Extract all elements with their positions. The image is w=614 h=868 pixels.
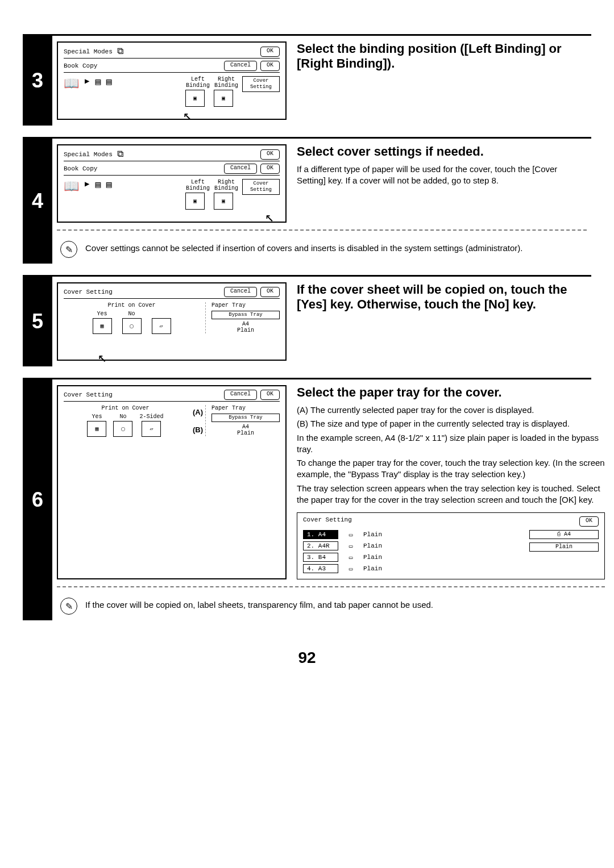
print-on-cover-label: Print on Cover bbox=[64, 405, 187, 411]
cancel-button[interactable]: Cancel bbox=[224, 390, 257, 400]
tray-icon: ▭ bbox=[346, 531, 355, 539]
plain-label: Plain bbox=[211, 430, 280, 436]
page: 3 Special Modes ⧉ OK Book Copy bbox=[0, 0, 614, 690]
two-sided-label: 2-Sided bbox=[139, 414, 163, 420]
touchscreen-mock: Special Modes ⧉ OK Book Copy Cancel OK bbox=[57, 144, 287, 223]
sub-title: Book Copy bbox=[64, 165, 97, 172]
a4-label: A4 bbox=[211, 424, 280, 430]
annotation-b: (B) bbox=[193, 425, 203, 434]
ok-button[interactable]: OK bbox=[579, 516, 599, 527]
step-heading: Select the binding position ([Left Bindi… bbox=[297, 41, 587, 71]
right-binding-button[interactable]: ▣ bbox=[214, 90, 233, 107]
step-number: 5 bbox=[23, 277, 52, 366]
tray-row[interactable]: 3. B4 ▭ Plain bbox=[303, 553, 518, 562]
ok-button[interactable]: OK bbox=[260, 47, 280, 57]
ok-button[interactable]: OK bbox=[260, 287, 280, 297]
cursor-icon: ↖ bbox=[265, 208, 274, 226]
ok-button[interactable]: OK bbox=[260, 61, 280, 71]
print-on-cover-label: Print on Cover bbox=[64, 302, 200, 308]
tray-row[interactable]: 2. A4R ▭ Plain bbox=[303, 541, 518, 550]
step-5: 5 Cover Setting Cancel OK Print on Cover bbox=[23, 275, 591, 366]
right-binding-label: Right Binding bbox=[214, 179, 239, 191]
annotation-a: (A) bbox=[193, 408, 203, 416]
ok-button[interactable]: OK bbox=[260, 390, 280, 400]
page-number: 92 bbox=[23, 649, 591, 667]
tray-type: Plain bbox=[363, 554, 382, 561]
note-icon: ✎ bbox=[60, 598, 77, 615]
step-3: 3 Special Modes ⧉ OK Book Copy bbox=[23, 34, 591, 126]
tray-label: 2. A4R bbox=[303, 541, 338, 550]
step-text-a: (A) The currently selected paper tray fo… bbox=[297, 404, 605, 416]
no-button[interactable]: ▢ bbox=[113, 421, 132, 437]
arrow-icon: ▶ bbox=[82, 179, 92, 189]
step-heading: Select the paper tray for the cover. bbox=[297, 385, 605, 400]
screen-title: Cover Setting bbox=[64, 289, 113, 295]
tray-label: 4. A3 bbox=[303, 564, 338, 573]
bypass-tray-button[interactable]: Bypass Tray bbox=[211, 414, 280, 422]
screen-title: Special Modes bbox=[64, 48, 113, 55]
two-sided-button[interactable]: ▱ bbox=[142, 421, 161, 437]
pages-icon: ▤ ▤ bbox=[95, 76, 111, 87]
step-heading: If the cover sheet will be copied on, to… bbox=[297, 282, 587, 312]
sub-title: Book Copy bbox=[64, 62, 97, 69]
a4-label: A4 bbox=[211, 321, 280, 327]
tray-type: Plain bbox=[363, 565, 382, 572]
left-binding-button[interactable]: ▣ bbox=[185, 193, 205, 210]
tray-icon: ▭ bbox=[346, 554, 355, 561]
tray-selection-screen: Cover Setting OK 1. A4 ▭ Plain bbox=[297, 512, 605, 579]
note-text: Cover settings cannot be selected if ins… bbox=[85, 241, 523, 253]
cursor-icon: ↖ bbox=[183, 106, 192, 124]
step-text-b: (B) The size and type of paper in the cu… bbox=[297, 418, 605, 429]
bypass-tray-button[interactable]: Bypass Tray bbox=[211, 311, 280, 319]
step-heading: Select cover settings if needed. bbox=[297, 144, 587, 159]
tray-table-title: Cover Setting bbox=[303, 516, 352, 527]
cancel-button[interactable]: Cancel bbox=[224, 287, 257, 297]
selected-type-display: Plain bbox=[529, 542, 599, 552]
yes-label: Yes bbox=[87, 414, 106, 420]
cancel-button[interactable]: Cancel bbox=[224, 61, 257, 71]
no-label: No bbox=[122, 311, 142, 317]
screen-title: Cover Setting bbox=[64, 391, 113, 398]
step-6: 6 Cover Setting Cancel OK Print on Cover bbox=[23, 378, 591, 620]
cancel-button[interactable]: Cancel bbox=[224, 164, 257, 174]
step-number: 6 bbox=[23, 379, 52, 620]
step-text: If a different type of paper will be use… bbox=[297, 164, 587, 187]
step-text: In the example screen, A4 (8-1/2" x 11")… bbox=[297, 432, 605, 456]
touchscreen-mock: Special Modes ⧉ OK Book Copy Cancel OK bbox=[57, 41, 287, 120]
tray-type: Plain bbox=[363, 531, 382, 538]
no-label: No bbox=[113, 414, 132, 420]
cover-setting-button[interactable]: Cover Setting bbox=[242, 76, 280, 92]
step-text: To change the paper tray for the cover, … bbox=[297, 457, 605, 481]
ok-button[interactable]: OK bbox=[260, 149, 280, 160]
no-button[interactable]: ▢ bbox=[122, 318, 142, 334]
tray-type: Plain bbox=[363, 542, 382, 549]
tray-row[interactable]: 1. A4 ▭ Plain bbox=[303, 530, 518, 539]
right-binding-button[interactable]: ▣ bbox=[214, 193, 233, 210]
cover-setting-button[interactable]: Cover Setting bbox=[242, 179, 280, 195]
yes-button[interactable]: ▦ bbox=[93, 318, 112, 334]
screen-title: Special Modes bbox=[64, 151, 113, 158]
touchscreen-mock: Cover Setting Cancel OK Print on Cover bbox=[57, 282, 287, 361]
right-binding-label: Right Binding bbox=[214, 76, 239, 89]
note-text: If the cover will be copied on, label sh… bbox=[85, 598, 433, 610]
note-icon: ✎ bbox=[60, 241, 77, 258]
arrow-icon: ▶ bbox=[82, 76, 92, 86]
left-binding-label: Left Binding bbox=[185, 179, 210, 191]
yes-button[interactable]: ▦ bbox=[87, 421, 106, 437]
modes-icon: ⧉ bbox=[117, 149, 123, 160]
left-binding-button[interactable]: ▣ bbox=[185, 90, 205, 107]
left-binding-label: Left Binding bbox=[185, 76, 210, 89]
tray-icon: ▭ bbox=[346, 565, 355, 573]
step-4: 4 Special Modes ⧉ OK Book Copy bbox=[23, 137, 591, 264]
selected-tray-display: ⎙ A4 bbox=[529, 530, 599, 539]
paper-tray-label: Paper Tray bbox=[211, 302, 280, 308]
modes-icon: ⧉ bbox=[117, 46, 123, 57]
yes-label: Yes bbox=[93, 311, 112, 317]
ok-button[interactable]: OK bbox=[260, 164, 280, 174]
tray-icon: ▭ bbox=[346, 542, 355, 550]
cursor-icon: ↖ bbox=[98, 348, 107, 366]
book-icon: 📖 bbox=[64, 179, 79, 194]
tray-row[interactable]: 4. A3 ▭ Plain bbox=[303, 564, 518, 573]
step-number: 4 bbox=[23, 139, 52, 264]
step-text: The tray selection screen appears when t… bbox=[297, 483, 605, 506]
